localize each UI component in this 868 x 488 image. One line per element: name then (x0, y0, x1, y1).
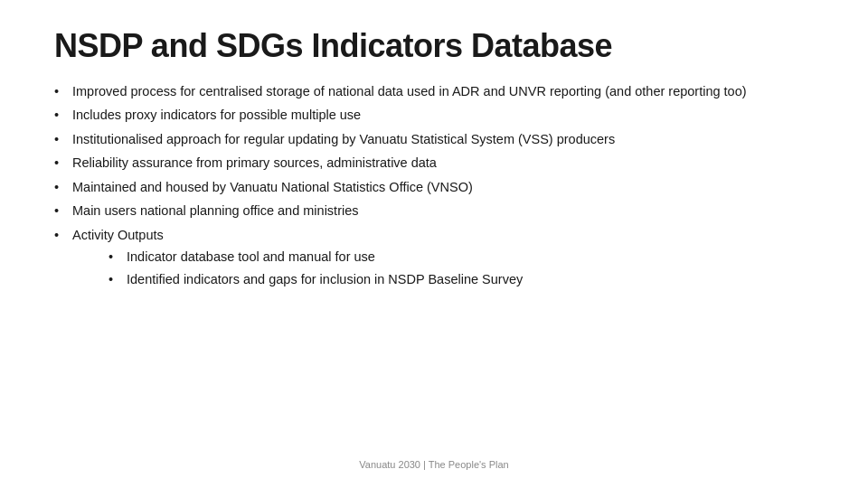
list-item: •Includes proxy indicators for possible … (54, 105, 814, 125)
activity-outputs-wrapper: Activity Outputs•Indicator database tool… (72, 225, 523, 291)
slide-footer: Vanuatu 2030 | The People's Plan (54, 452, 814, 470)
list-item: •Maintained and housed by Vanuatu Nation… (54, 177, 814, 197)
list-item: •Indicator database tool and manual for … (72, 247, 523, 267)
bullet-dot: • (54, 81, 69, 101)
bullet-dot: • (54, 201, 69, 221)
sub-bullet-text: Identified indicators and gaps for inclu… (127, 269, 523, 289)
sub-bullet-dot: • (108, 247, 123, 267)
activity-outputs-dot: • (54, 225, 69, 245)
slide-content: •Improved process for centralised storag… (54, 81, 814, 452)
activity-outputs-subitems: •Indicator database tool and manual for … (72, 247, 523, 289)
bullet-dot: • (54, 105, 69, 125)
slide-title: NSDP and SDGs Indicators Database (54, 27, 814, 65)
bullet-text: Main users national planning office and … (72, 201, 814, 221)
bullet-text: Institutionalised approach for regular u… (72, 129, 814, 149)
bullet-text: Maintained and housed by Vanuatu Nationa… (72, 177, 814, 197)
bullet-text: Improved process for centralised storage… (72, 81, 814, 101)
list-item: •Identified indicators and gaps for incl… (72, 269, 523, 289)
sub-bullet-text: Indicator database tool and manual for u… (127, 247, 523, 267)
sub-bullet-dot: • (108, 269, 123, 289)
activity-outputs-label: Activity Outputs (72, 228, 164, 242)
list-item: •Main users national planning office and… (54, 201, 814, 221)
bullet-dot: • (54, 177, 69, 197)
activity-outputs-item: •Activity Outputs•Indicator database too… (54, 225, 814, 291)
list-item: •Institutionalised approach for regular … (54, 129, 814, 149)
bullet-dot: • (54, 153, 69, 173)
list-item: •Reliability assurance from primary sour… (54, 153, 814, 173)
list-item: •Improved process for centralised storag… (54, 81, 814, 101)
bullet-text: Reliability assurance from primary sourc… (72, 153, 814, 173)
main-bullet-list: •Improved process for centralised storag… (54, 81, 814, 295)
bullet-text: Includes proxy indicators for possible m… (72, 105, 814, 125)
slide: NSDP and SDGs Indicators Database •Impro… (0, 0, 868, 488)
bullet-dot: • (54, 129, 69, 149)
